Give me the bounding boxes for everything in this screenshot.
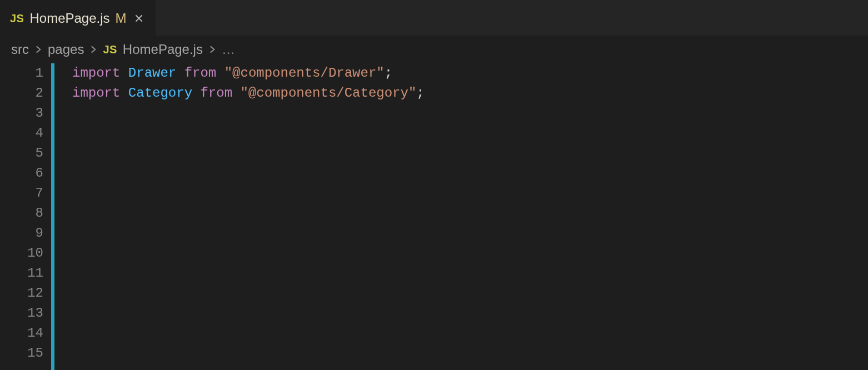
line-number: 11 — [0, 263, 46, 283]
line-number: 6 — [0, 163, 46, 183]
tab-bar: JS HomePage.js M — [0, 0, 868, 36]
code-content[interactable]: import Drawer from "@components/Drawer";… — [54, 63, 868, 370]
code-line[interactable] — [72, 243, 868, 263]
line-number: 5 — [0, 143, 46, 163]
tab-modified-indicator: M — [116, 11, 127, 26]
line-number: 7 — [0, 183, 46, 203]
line-number: 15 — [0, 343, 46, 363]
code-line[interactable] — [72, 283, 868, 303]
editor-area[interactable]: 123456789101112131415 import Drawer from… — [0, 63, 868, 370]
chevron-right-icon — [33, 44, 43, 54]
breadcrumb-file[interactable]: HomePage.js — [123, 42, 203, 57]
code-line[interactable] — [72, 143, 868, 163]
chevron-right-icon — [88, 44, 98, 54]
line-number: 12 — [0, 283, 46, 303]
breadcrumb-segment-src[interactable]: src — [11, 42, 29, 57]
code-line[interactable] — [72, 263, 868, 283]
code-line[interactable] — [72, 203, 868, 223]
line-number: 3 — [0, 103, 46, 123]
line-number: 10 — [0, 243, 46, 263]
line-number: 4 — [0, 123, 46, 143]
line-number: 1 — [0, 63, 46, 83]
line-number-gutter: 123456789101112131415 — [0, 63, 51, 370]
line-number: 8 — [0, 203, 46, 223]
code-line[interactable] — [72, 163, 868, 183]
code-line[interactable] — [72, 183, 868, 203]
line-number: 13 — [0, 303, 46, 323]
code-line[interactable] — [72, 303, 868, 323]
line-number: 14 — [0, 323, 46, 343]
breadcrumb: src pages JS HomePage.js … — [0, 36, 868, 63]
code-line[interactable] — [72, 123, 868, 143]
chevron-right-icon — [207, 44, 217, 54]
tab-title: HomePage.js — [29, 11, 109, 26]
code-line[interactable] — [72, 103, 868, 123]
close-icon[interactable] — [132, 12, 146, 25]
line-number: 2 — [0, 83, 46, 103]
code-line[interactable] — [72, 343, 868, 363]
code-line[interactable] — [72, 223, 868, 243]
code-line[interactable]: import Category from "@components/Catego… — [72, 83, 868, 103]
javascript-file-icon: JS — [103, 43, 117, 56]
code-line[interactable] — [72, 323, 868, 343]
breadcrumb-segment-pages[interactable]: pages — [48, 42, 84, 57]
breadcrumb-symbol-ellipsis[interactable]: … — [222, 42, 235, 57]
javascript-file-icon: JS — [10, 12, 24, 25]
code-line[interactable]: import Drawer from "@components/Drawer"; — [72, 63, 868, 83]
tab-homepage-js[interactable]: JS HomePage.js M — [0, 0, 156, 36]
line-number: 9 — [0, 223, 46, 243]
